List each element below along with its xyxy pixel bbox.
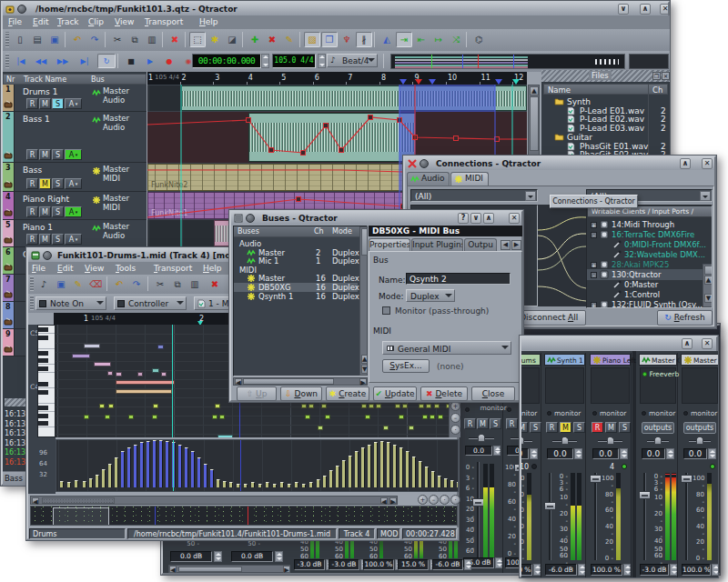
velocity-bar[interactable] [191, 451, 195, 487]
toolbar-grip[interactable] [5, 54, 9, 68]
files-toggle-icon[interactable]: ▨ [304, 32, 320, 47]
strip-monitor[interactable]: monitor [465, 406, 499, 414]
gain-spinner[interactable] [493, 446, 500, 456]
midi-hit-note[interactable] [301, 404, 307, 408]
velocity-bar[interactable] [317, 479, 320, 487]
value-spinner[interactable] [495, 557, 502, 568]
strip-plugin-list[interactable] [591, 367, 630, 404]
velocity-bar[interactable] [457, 482, 459, 487]
velocity-bar[interactable] [166, 441, 169, 487]
track-m-button[interactable]: M [39, 149, 51, 160]
midi-note[interactable] [157, 345, 164, 349]
redo-icon[interactable]: ↷ [128, 276, 145, 292]
buses-row[interactable]: Qsynth 116Duplex [234, 292, 358, 301]
select-range-icon[interactable]: ✱ [207, 32, 223, 47]
strip-s-button[interactable]: S [530, 422, 541, 433]
strip-s-button[interactable]: S [619, 422, 631, 433]
pan-knob[interactable] [478, 434, 485, 442]
velocity-bar[interactable] [399, 447, 403, 487]
undo-icon[interactable]: ↶ [111, 276, 127, 292]
strip-header[interactable]: Master Ou [681, 354, 718, 366]
buses-close-button[interactable]: ✕ [509, 213, 520, 224]
strip-monitor[interactable]: monitor [642, 409, 675, 417]
midi-hit-note[interactable] [426, 404, 431, 408]
bus-name-field[interactable]: Qsynth 2 [406, 273, 511, 285]
strip-header[interactable]: Piano Left [590, 354, 631, 366]
track-m-button[interactable]: M [39, 98, 51, 109]
connections-toggle-icon[interactable]: ♆ [339, 32, 355, 47]
velocity-bar[interactable] [336, 466, 339, 487]
track-row[interactable]: 5Piano 1MasterAudioRMSA ▾ [3, 220, 147, 247]
main-maximize-button[interactable]: ∧ [640, 4, 651, 15]
strip-s-button[interactable]: S [573, 422, 585, 433]
main-menu-transport[interactable]: Transport [145, 15, 183, 29]
midi-note[interactable] [116, 389, 172, 394]
value-spinner[interactable] [623, 564, 631, 576]
tab-scroll-left[interactable]: ◀ [500, 240, 511, 250]
velocity-bar[interactable] [280, 482, 284, 487]
pan-knob[interactable] [521, 436, 524, 445]
paste-icon[interactable]: ▥ [144, 32, 160, 47]
down-button[interactable]: ⇩ Down [280, 386, 322, 401]
velocity-bar[interactable] [153, 440, 157, 487]
piano-keys[interactable] [37, 325, 56, 437]
write-file-icon[interactable]: ♪ [35, 276, 52, 292]
strip-pan[interactable] [549, 436, 581, 445]
punch-in-icon[interactable]: ⇥ [396, 32, 412, 47]
main-close-button[interactable]: ✕ [660, 4, 668, 15]
velocity-bar[interactable] [368, 445, 371, 487]
midi-menu-edit[interactable]: Edit [57, 262, 73, 275]
delete-icon[interactable]: ✖ [207, 276, 223, 292]
gain-spinner[interactable] [620, 448, 628, 459]
zoom-button[interactable]: · [450, 495, 460, 505]
strip-header[interactable]: Master Ou [639, 354, 677, 366]
refresh-button[interactable]: ↻ Refresh [657, 310, 713, 326]
files-item[interactable]: Synth [543, 97, 668, 106]
velocity-bar[interactable] [295, 482, 298, 487]
velocity-bar[interactable] [258, 484, 262, 487]
midi-hit-note[interactable] [128, 415, 134, 419]
track-row[interactable]: 4Piano RightMasterMIDIRMSA ▾ [3, 192, 147, 220]
mixer-strip-drums[interactable]: DrumsmonitorRMS0.010100 -80 -60 -40 -20 … [521, 353, 541, 577]
session-overview[interactable] [390, 54, 625, 69]
scroll-thumb[interactable] [361, 228, 368, 256]
strip-r-button[interactable]: R [506, 418, 518, 429]
create-button[interactable]: ✱ Create [326, 386, 369, 401]
loop-icon[interactable]: ↻ [97, 54, 116, 68]
black-key[interactable] [38, 327, 48, 332]
strip-s-button[interactable]: S [490, 418, 501, 429]
black-key[interactable] [38, 421, 48, 426]
cut-icon[interactable]: ✂ [152, 276, 168, 292]
strip-pan[interactable] [521, 436, 536, 445]
velocity-bar[interactable] [89, 478, 93, 487]
scroll-left-arrow[interactable]: ◀ [235, 378, 242, 385]
midi-note[interactable] [116, 380, 175, 385]
tree-expander[interactable]: - [591, 232, 597, 238]
delete-button[interactable]: ✖ Delete [420, 386, 468, 401]
buses-row[interactable]: Master2Duplex [234, 248, 358, 257]
track-a-button[interactable]: A ▾ [65, 149, 82, 160]
strip-monitor[interactable]: monitor [521, 409, 537, 417]
track-row[interactable]: 2Bass 1MasterAudioRMSA ▾ [3, 112, 147, 163]
combo-button[interactable] [525, 191, 536, 201]
velocity-bar[interactable] [210, 469, 214, 487]
add-track-icon[interactable]: ✚ [247, 32, 263, 47]
velocity-bar[interactable] [393, 445, 397, 487]
tree-expander[interactable]: - [591, 272, 597, 278]
strip-pan[interactable] [685, 436, 714, 445]
scroll-up-arrow[interactable]: ▲ [530, 86, 539, 95]
buses-row[interactable]: MIDI [234, 266, 358, 275]
midi-menu-file[interactable]: File [32, 262, 46, 275]
velocity-bar[interactable] [159, 440, 163, 487]
strip-m-button[interactable]: M [521, 422, 528, 433]
bus-mode-combo[interactable]: Duplex [406, 289, 455, 302]
strip-pan[interactable] [594, 436, 626, 445]
value-spinner[interactable] [578, 564, 585, 576]
forward-end-icon[interactable]: ▶| [76, 54, 94, 68]
strip-header[interactable]: Synth 1 [544, 354, 585, 366]
velocity-bar[interactable] [288, 484, 291, 487]
midi-hit-note[interactable] [325, 415, 330, 419]
black-key[interactable] [38, 390, 48, 395]
strip-plugin-list[interactable] [521, 367, 540, 404]
zoom-button[interactable]: – [429, 495, 439, 505]
